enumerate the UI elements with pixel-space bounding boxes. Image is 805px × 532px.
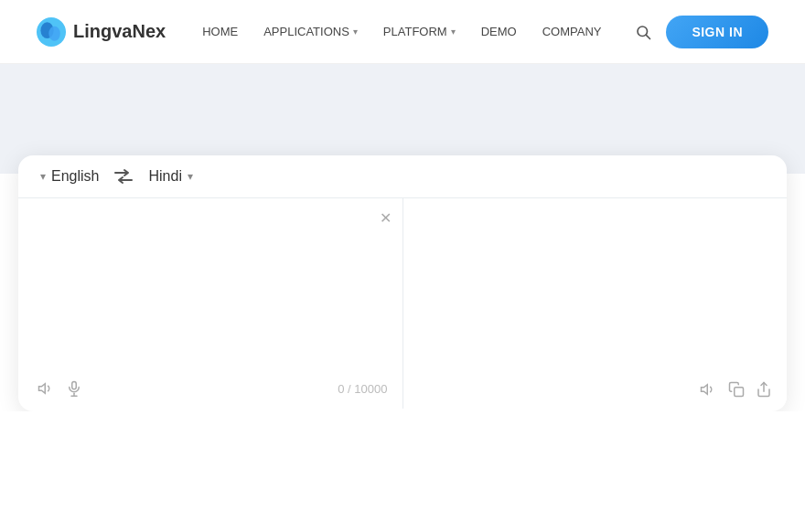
translator-body: ✕ xyxy=(18,198,787,409)
chevron-down-icon: ▾ xyxy=(40,170,46,183)
svg-point-2 xyxy=(48,26,59,40)
search-icon xyxy=(635,24,651,40)
output-panel xyxy=(403,198,788,409)
copy-output-button[interactable] xyxy=(728,381,745,398)
translator-section: ▾ English Hindi ▾ ✕ xyxy=(0,155,805,411)
swap-icon xyxy=(113,168,134,185)
target-lang-selector[interactable]: Hindi ▾ xyxy=(148,168,192,185)
nav-item-company[interactable]: COMPANY xyxy=(542,25,602,38)
microphone-icon xyxy=(66,379,82,398)
sign-in-button[interactable]: SIGN IN xyxy=(666,16,768,48)
search-button[interactable] xyxy=(635,24,651,40)
nav-item-applications[interactable]: APPLICATIONS ▾ xyxy=(263,25,358,38)
header: LingvaNex HOME APPLICATIONS ▾ PLATFORM ▾… xyxy=(0,0,805,64)
speaker-icon xyxy=(699,381,717,398)
logo-text: LingvaNex xyxy=(73,21,166,42)
output-footer xyxy=(403,381,788,398)
swap-languages-button[interactable] xyxy=(113,168,134,185)
svg-line-4 xyxy=(647,35,650,38)
svg-rect-10 xyxy=(735,388,744,397)
source-lang-selector[interactable]: ▾ English xyxy=(40,168,99,185)
speaker-output-button[interactable] xyxy=(699,381,717,398)
input-panel: ✕ xyxy=(18,198,403,409)
logo-icon xyxy=(37,17,66,47)
input-icons xyxy=(37,379,82,398)
chevron-down-icon: ▾ xyxy=(451,27,456,37)
svg-marker-9 xyxy=(702,385,708,395)
source-lang-label: English xyxy=(51,168,99,185)
target-lang-label: Hindi xyxy=(148,168,181,185)
nav-item-demo[interactable]: DEMO xyxy=(481,25,517,38)
microphone-button[interactable] xyxy=(66,379,82,398)
nav-item-home[interactable]: HOME xyxy=(202,25,238,38)
chevron-down-icon: ▾ xyxy=(353,27,358,37)
source-text-input[interactable] xyxy=(37,213,388,359)
input-footer: 0 / 10000 xyxy=(18,379,402,398)
copy-icon xyxy=(728,381,745,398)
speaker-icon xyxy=(37,380,55,397)
share-output-button[interactable] xyxy=(756,381,772,398)
clear-input-button[interactable]: ✕ xyxy=(380,209,392,227)
header-right: SIGN IN xyxy=(635,16,768,48)
chevron-down-icon: ▾ xyxy=(188,170,193,183)
speaker-input-button[interactable] xyxy=(37,380,55,397)
share-icon xyxy=(756,381,772,398)
svg-rect-6 xyxy=(72,382,77,389)
translated-text xyxy=(422,213,773,359)
translator-header: ▾ English Hindi ▾ xyxy=(18,155,787,198)
translator-card: ▾ English Hindi ▾ ✕ xyxy=(18,155,787,411)
char-counter: 0 / 10000 xyxy=(338,382,387,396)
nav-item-platform[interactable]: PLATFORM ▾ xyxy=(383,25,456,38)
svg-marker-5 xyxy=(39,384,46,394)
logo[interactable]: LingvaNex xyxy=(37,17,166,47)
main-nav: HOME APPLICATIONS ▾ PLATFORM ▾ DEMO COMP… xyxy=(202,25,635,38)
